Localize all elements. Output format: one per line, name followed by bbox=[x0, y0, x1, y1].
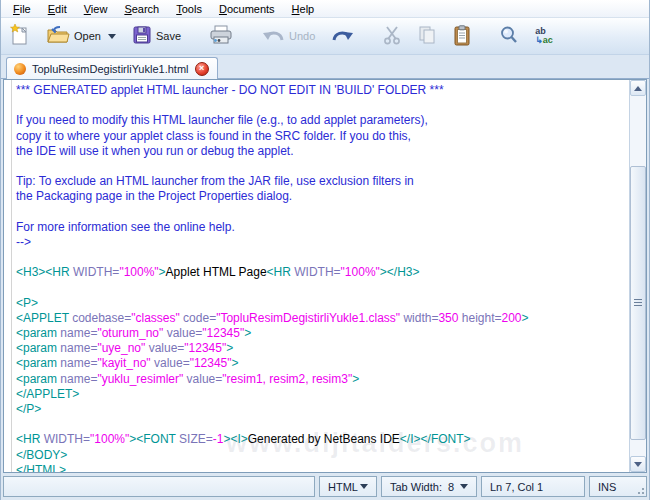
scrollbar-thumb[interactable] bbox=[630, 166, 646, 440]
scissors-icon bbox=[383, 25, 401, 47]
open-button[interactable]: Open bbox=[43, 23, 119, 49]
open-button-label: Open bbox=[74, 30, 101, 42]
printer-icon bbox=[209, 25, 233, 47]
code-line: </P> bbox=[16, 402, 629, 417]
scroll-down-button[interactable] bbox=[630, 456, 646, 472]
new-file-button[interactable] bbox=[7, 22, 33, 50]
code-line: </HTML> bbox=[16, 463, 629, 472]
caret-position: Ln 7, Col 1 bbox=[481, 476, 585, 497]
code-line bbox=[16, 250, 629, 265]
chevron-down-icon bbox=[360, 484, 368, 489]
new-file-icon bbox=[10, 24, 30, 48]
tab-close-icon[interactable]: × bbox=[195, 62, 209, 76]
menu-view[interactable]: View bbox=[76, 1, 117, 17]
save-floppy-icon bbox=[132, 25, 152, 47]
copy-button[interactable] bbox=[414, 23, 440, 49]
replace-button[interactable]: ab​ ↳ac bbox=[532, 25, 556, 47]
code-line: copy it to where your applet class is fo… bbox=[16, 129, 629, 144]
code-line: </APPLET> bbox=[16, 387, 629, 402]
arrow-up-icon bbox=[634, 86, 642, 91]
redo-arrow-icon bbox=[331, 27, 355, 45]
vertical-scrollbar[interactable] bbox=[629, 80, 646, 472]
code-line: <param name="kayit_no" value="12345"> bbox=[16, 356, 629, 371]
code-line: If you need to modify this HTML launcher… bbox=[16, 113, 629, 128]
code-line: the IDE will use it when you run or debu… bbox=[16, 144, 629, 159]
code-line bbox=[16, 98, 629, 113]
menu-bar: FileEditViewSearchToolsDocumentsHelp bbox=[1, 0, 649, 18]
undo-button[interactable]: Undo bbox=[258, 25, 318, 47]
print-button[interactable] bbox=[206, 23, 236, 49]
menu-help[interactable]: Help bbox=[284, 1, 324, 17]
redo-button[interactable] bbox=[328, 25, 358, 47]
code-line bbox=[16, 280, 629, 295]
tab-width-label: Tab Width: bbox=[390, 481, 442, 493]
clipboard-icon bbox=[453, 25, 471, 48]
copy-pages-icon bbox=[417, 25, 437, 47]
paste-button[interactable] bbox=[450, 23, 474, 50]
code-line: --> bbox=[16, 235, 629, 250]
chevron-down-icon bbox=[460, 484, 468, 489]
code-line bbox=[16, 417, 629, 432]
status-bar: HTML Tab Width: 8 Ln 7, Col 1 INS bbox=[1, 473, 649, 500]
html-file-icon bbox=[14, 63, 26, 75]
save-button-label: Save bbox=[156, 30, 181, 42]
code-line: </BODY> bbox=[16, 448, 629, 463]
open-dropdown-arrow-icon[interactable] bbox=[108, 34, 116, 39]
syntax-mode-value: HTML bbox=[328, 481, 358, 493]
code-line: the Packaging page in the Project Proper… bbox=[16, 189, 629, 204]
menu-edit[interactable]: Edit bbox=[40, 1, 76, 17]
cut-button[interactable] bbox=[380, 23, 404, 49]
code-line: Tip: To exclude an HTML launcher from th… bbox=[16, 174, 629, 189]
code-line: <HR WIDTH="100%"><FONT SIZE=-1><I>Genera… bbox=[16, 432, 629, 447]
editor-panel: *** GENERATED applet HTML launcher - DO … bbox=[3, 79, 647, 473]
menu-file[interactable]: File bbox=[5, 1, 40, 17]
toolbar: Open Save bbox=[1, 18, 649, 55]
status-message bbox=[3, 476, 315, 497]
insert-mode-indicator[interactable]: INS bbox=[589, 476, 647, 497]
scrollbar-grip-icon bbox=[634, 299, 642, 308]
editor-window: FileEditViewSearchToolsDocumentsHelp bbox=[0, 0, 650, 500]
code-line bbox=[16, 205, 629, 220]
save-button[interactable]: Save bbox=[129, 23, 184, 49]
code-line: <param name="uye_no" value="12345"> bbox=[16, 341, 629, 356]
insert-mode-label: INS bbox=[598, 481, 616, 493]
menu-search[interactable]: Search bbox=[116, 1, 168, 17]
replace-icon: ab​ ↳ac bbox=[535, 27, 553, 45]
code-line: *** GENERATED applet HTML launcher - DO … bbox=[16, 83, 629, 98]
tab-width-value: 8 bbox=[448, 481, 454, 493]
scroll-up-button[interactable] bbox=[630, 80, 646, 96]
tab-bar: TopluResimDegistirliYukle1.html × bbox=[1, 55, 649, 79]
find-button[interactable] bbox=[496, 23, 522, 49]
tab-width-select[interactable]: Tab Width: 8 bbox=[381, 476, 477, 497]
syntax-mode-select[interactable]: HTML bbox=[319, 476, 377, 497]
undo-arrow-icon bbox=[261, 27, 285, 45]
menu-tools[interactable]: Tools bbox=[168, 1, 211, 17]
search-icon bbox=[499, 25, 519, 47]
resize-grip-icon[interactable] bbox=[636, 486, 644, 494]
code-line: <P> bbox=[16, 296, 629, 311]
tab-title: TopluResimDegistirliYukle1.html bbox=[32, 63, 189, 75]
code-line: <APPLET codebase="classes" code="TopluRe… bbox=[16, 311, 629, 326]
undo-button-label: Undo bbox=[289, 30, 315, 42]
text-area[interactable]: *** GENERATED applet HTML launcher - DO … bbox=[4, 80, 629, 472]
open-folder-icon bbox=[46, 25, 70, 47]
code-line: <param name="oturum_no" value="12345"> bbox=[16, 326, 629, 341]
code-line: For more information see the online help… bbox=[16, 220, 629, 235]
arrow-down-icon bbox=[634, 462, 642, 467]
menu-documents[interactable]: Documents bbox=[211, 1, 284, 17]
code-line bbox=[16, 159, 629, 174]
code-content: *** GENERATED applet HTML launcher - DO … bbox=[16, 83, 629, 472]
code-line: <H3><HR WIDTH="100%">Applet HTML Page<HR… bbox=[16, 265, 629, 280]
tab-active-document[interactable]: TopluResimDegistirliYukle1.html × bbox=[6, 57, 218, 79]
code-line: <param name="yuklu_resimler" value="resi… bbox=[16, 372, 629, 387]
